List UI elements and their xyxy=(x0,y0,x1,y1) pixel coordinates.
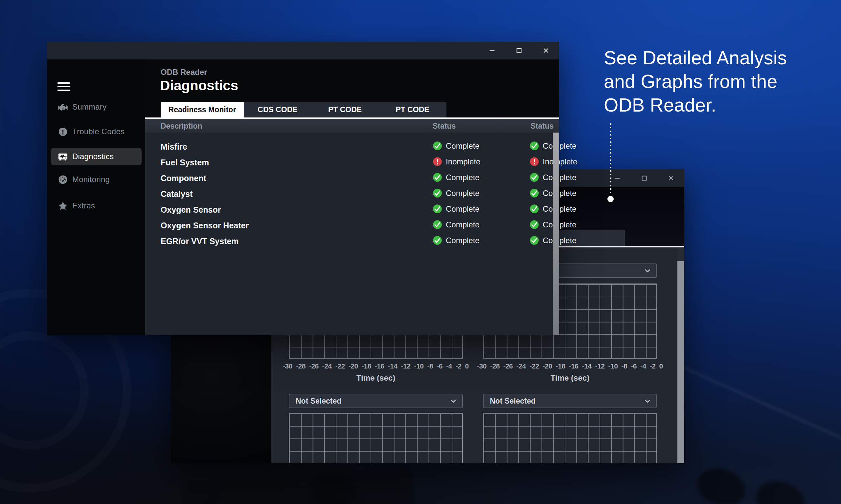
chart-grid-bottom xyxy=(289,413,463,463)
maximize-button[interactable] xyxy=(637,171,651,185)
menu-icon[interactable] xyxy=(57,83,70,91)
x-tick: -26 xyxy=(503,362,513,370)
sidebar-item-monitoring[interactable]: Monitoring xyxy=(51,170,142,188)
status-complete-icon xyxy=(433,173,442,182)
alert-octagon-icon xyxy=(58,127,68,137)
x-tick: -10 xyxy=(608,362,618,370)
close-button[interactable] xyxy=(539,43,553,58)
row-description: Misfire xyxy=(161,142,187,151)
table-row[interactable]: Misfire Complete Complete xyxy=(145,139,559,155)
sidebar-item-diagnostics[interactable]: Diagnostics xyxy=(51,148,142,165)
desk-keyboard-shape xyxy=(183,470,415,504)
app-subtitle: ODB Reader xyxy=(161,68,207,77)
tab-pt-code[interactable]: PT CODE xyxy=(311,102,378,118)
sidebar-item-label: Extras xyxy=(72,201,95,210)
x-tick: -24 xyxy=(516,362,526,370)
x-tick: -28 xyxy=(490,362,500,370)
status-complete-icon xyxy=(433,236,442,245)
minimize-button[interactable] xyxy=(610,171,624,185)
scrollbar[interactable] xyxy=(677,247,684,463)
table-row[interactable]: EGR/or VVT System Complete Complete xyxy=(145,233,559,249)
connector-dotted-line xyxy=(610,123,611,194)
marketing-headline: See Detailed Analysisand Graphs from the… xyxy=(604,46,787,117)
row-status-1: Complete xyxy=(433,236,480,245)
row-status-1: Complete xyxy=(433,188,480,198)
table-row[interactable]: Component Complete Complete xyxy=(145,170,559,186)
headline-line: See Detailed Analysis xyxy=(604,46,787,70)
connector-dot xyxy=(607,196,614,202)
page-title: Diagnostics xyxy=(160,78,238,93)
headline-line: ODB Reader. xyxy=(604,93,787,117)
x-axis-label: Time (sec) xyxy=(289,373,463,383)
odb-window-titlebar[interactable] xyxy=(47,42,559,59)
sidebar-item-label: Summary xyxy=(72,102,106,111)
x-tick: -18 xyxy=(556,362,565,370)
desk-glasses-shape xyxy=(751,476,809,504)
x-tick: -16 xyxy=(375,362,384,370)
x-tick: -20 xyxy=(543,362,552,370)
status-complete-icon xyxy=(530,188,539,198)
sidebar-item-label: Trouble Codes xyxy=(72,127,124,136)
minimize-button[interactable] xyxy=(485,43,499,58)
sidebar-item-label: Diagnostics xyxy=(72,152,114,161)
status-complete-icon xyxy=(530,204,539,214)
table-row[interactable]: Fuel System Inomplete Inomplete xyxy=(145,155,559,170)
maximize-button[interactable] xyxy=(512,43,526,58)
x-tick: -12 xyxy=(595,362,605,370)
readiness-table: Misfire Complete Complete Fuel System In… xyxy=(145,132,559,335)
status-incomplete-icon xyxy=(530,157,539,166)
x-tick: -10 xyxy=(414,362,424,370)
x-tick: -28 xyxy=(296,362,306,370)
engine-icon xyxy=(58,102,68,112)
chevron-down-icon xyxy=(643,267,652,275)
status-complete-icon xyxy=(433,141,442,150)
row-description: Catalyst xyxy=(161,189,192,199)
status-complete-icon xyxy=(530,141,539,150)
x-tick: -18 xyxy=(362,362,371,370)
x-tick: -20 xyxy=(348,362,358,370)
scrollbar-thumb[interactable] xyxy=(677,261,684,463)
x-tick: -24 xyxy=(322,362,332,370)
scrollbar-thumb[interactable] xyxy=(553,132,559,335)
tab-pt-code[interactable]: PT CODE xyxy=(378,102,446,118)
sidebar-item-summary[interactable]: Summary xyxy=(51,98,142,116)
row-status-1: Complete xyxy=(433,220,480,229)
sidebar-item-extras[interactable]: Extras xyxy=(51,197,142,215)
tab-cds-code[interactable]: CDS CODE xyxy=(244,102,311,118)
x-tick: -26 xyxy=(309,362,319,370)
column-header-description: Description xyxy=(161,122,202,131)
x-tick: 0 xyxy=(465,362,469,370)
row-description: Fuel System xyxy=(161,158,209,167)
table-row[interactable]: Oxygen Sensor Complete Complete xyxy=(145,202,559,218)
row-description: EGR/or VVT System xyxy=(161,237,239,246)
chevron-down-icon xyxy=(643,397,652,405)
x-axis-ticks: -30-28-26-24-22-20-18-16-14-12-10-8-6-4-… xyxy=(283,362,469,370)
table-row[interactable]: Oxygen Sensor Heater Complete Complete xyxy=(145,218,559,233)
pid-select-value: Not Selected xyxy=(296,397,341,406)
close-button[interactable] xyxy=(664,171,679,185)
x-tick: -6 xyxy=(631,362,637,370)
x-tick: -22 xyxy=(530,362,539,370)
desk-glasses-shape xyxy=(692,463,750,504)
pid-select-bottom[interactable]: Not Selected xyxy=(289,394,463,408)
pid-select-value: Not Selected xyxy=(490,397,535,406)
x-tick: -8 xyxy=(427,362,433,370)
sidebar-item-trouble-codes[interactable]: Trouble Codes xyxy=(51,123,142,141)
table-header: Description Status Status xyxy=(145,119,559,132)
x-tick: -8 xyxy=(621,362,627,370)
column-header-status-2: Status xyxy=(531,122,553,131)
scrollbar[interactable] xyxy=(553,132,559,335)
x-tick: -30 xyxy=(283,362,292,370)
chevron-down-icon xyxy=(449,397,458,405)
headline-line: and Graphs from the xyxy=(604,70,787,93)
pid-select-bottom[interactable]: Not Selected xyxy=(483,394,657,408)
table-row[interactable]: Catalyst Complete Complete xyxy=(145,186,559,202)
x-tick: -16 xyxy=(569,362,579,370)
x-tick: -2 xyxy=(650,362,656,370)
tab-readiness-monitor[interactable]: Readiness Monitor xyxy=(161,102,244,118)
status-complete-icon xyxy=(530,173,539,182)
x-tick: -30 xyxy=(477,362,486,370)
desktop: { "hero": { "lines": ["See Detailed Anal… xyxy=(0,0,841,504)
chart-grid-bottom xyxy=(483,413,657,463)
x-axis-ticks: -30-28-26-24-22-20-18-16-14-12-10-8-6-4-… xyxy=(477,362,663,370)
